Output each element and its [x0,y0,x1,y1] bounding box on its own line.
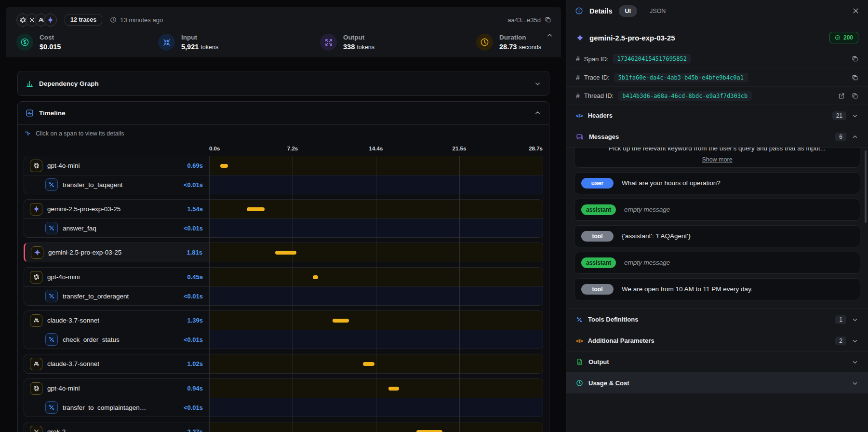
timeline-bar[interactable] [388,387,400,391]
axis-tick: 28.7s [529,146,543,151]
tools-icon [48,336,55,343]
axis-tick: 14.4s [369,146,383,151]
details-header: Details UI JSON [566,0,868,22]
timeline-row[interactable]: gemini-2.5-pro-exp-03-251.54s [24,200,543,218]
tab-ui[interactable]: UI [619,5,638,17]
chevron-up-icon[interactable] [852,134,858,140]
message-card-clipped[interactable]: Pick up the relevant keyword from the us… [574,148,860,168]
timeline-track [210,219,543,237]
message-card[interactable]: userWhat are your hours of operation? [574,172,860,194]
chevron-down-icon[interactable] [852,359,858,365]
timeline-row[interactable]: gpt-4o-mini0.69s [24,156,543,175]
span-name: grok-2 [47,428,66,432]
anthropic-icon [33,361,40,367]
message-card[interactable]: assistantempty message [574,199,860,221]
chevron-down-icon[interactable] [534,80,541,87]
gemini-icon [34,249,41,256]
copy-icon[interactable] [545,16,551,23]
tools-icon [45,290,58,302]
span-duration: 0.45s [187,273,203,281]
section-output[interactable]: Output [566,351,868,372]
section-tools-definitions[interactable]: Tools Definitions1 [566,309,868,330]
role-badge: assistant [581,257,616,268]
chevron-down-icon[interactable] [852,316,858,323]
stat-duration: Duration 28.73 seconds [476,34,551,51]
timeline-row[interactable]: check_order_status<0.01s [24,330,543,349]
timeline-row[interactable]: claude-3.7-sonnet1.02s [24,354,543,373]
timeline-bar[interactable] [220,164,228,168]
chevron-up-icon[interactable] [534,109,541,117]
tools-icon [45,401,58,414]
check-circle-icon [835,35,841,40]
dollar-icon [16,34,33,51]
section-label: Usage & Cost [588,379,629,387]
axis-tick: 0.0s [209,146,220,151]
timeline-row[interactable]: transfer_to_faqagent<0.01s [24,175,543,194]
chevron-down-icon[interactable] [852,338,858,344]
tools-icon [48,293,55,299]
activity-icon [26,109,34,117]
chevron-up-icon[interactable] [546,32,553,39]
id-value[interactable]: 17346204154517695852 [613,54,691,64]
stat-input: Input 5,921 tokens [158,34,320,51]
trace-id-short[interactable]: aa43...e35d [507,16,551,24]
span-name: gpt-4o-mini [47,162,80,169]
copy-icon[interactable] [852,55,858,62]
count-badge: 6 [835,133,846,141]
message-card[interactable]: assistantempty message [574,252,860,274]
section-headers[interactable]: </> Headers 21 [566,105,868,126]
timeline-row[interactable]: grok-22.27s [24,422,543,432]
tools-icon [45,222,58,234]
timeline-row[interactable]: transfer_to_complaintagen…<0.01s [24,398,543,417]
messages-list: userWhat are your hours of operation?ass… [566,172,868,300]
timeline-bar[interactable] [363,362,375,366]
bottom-sections: Tools Definitions1</>Additional Paramete… [566,309,868,393]
chat-icon [576,133,584,141]
show-more-link[interactable]: Show more [581,156,853,163]
span-duration: 1.54s [187,205,203,213]
timeline-bar[interactable] [247,207,265,211]
scrollbar-thumb[interactable] [865,150,867,223]
details-drawer: Details UI JSON gemini-2.5-pro-exp-03-25… [566,0,868,432]
hash-icon: # [576,74,580,81]
role-badge: tool [581,284,614,295]
timeline-span-group: claude-3.7-sonnet1.39scheck_order_status… [24,310,543,349]
timeline-track [210,354,543,373]
copy-icon[interactable] [852,74,858,81]
section-additional-parameters[interactable]: </>Additional Parameters2 [566,330,868,351]
timeline-header[interactable]: Timeline [18,102,549,125]
timeline-row[interactable]: claude-3.7-sonnet1.39s [24,311,543,330]
openai-icon [33,162,40,169]
span-name: transfer_to_complaintagen… [63,404,146,411]
dependency-graph-header[interactable]: Dependency Graph [17,71,549,96]
timeline-bar[interactable] [333,319,348,323]
message-text: empty message [624,206,670,213]
timeline-row[interactable]: gpt-4o-mini0.94s [24,379,543,398]
timeline-row[interactable]: answer_faq<0.01s [24,218,543,237]
section-usage-cost[interactable]: Usage & Cost [566,372,868,393]
id-value[interactable]: b414b3d6-a68a-46cd-8bdc-e9a3f7d303cb [618,91,752,101]
message-card[interactable]: tool{'assistant': 'FAQAgent'} [574,225,860,247]
tab-json[interactable]: JSON [643,5,672,17]
id-row: #Thread ID:b414b3d6-a68a-46cd-8bdc-e9a3f… [566,86,868,105]
timeline-bar[interactable] [275,251,296,255]
message-card[interactable]: toolWe are open from 10 AM to 11 PM ever… [574,278,860,300]
timeline-bar[interactable] [313,275,318,279]
message-text: empty message [624,259,670,266]
chevron-down-icon[interactable] [852,380,858,387]
external-link-icon[interactable] [838,93,845,99]
timeline-bar[interactable] [416,430,443,432]
timeline-row[interactable]: gemini-2.5-pro-exp-03-251.81s [25,243,543,262]
timeline-span-group: gpt-4o-mini0.69stransfer_to_faqagent<0.0… [24,156,543,194]
timeline-row[interactable]: transfer_to_orderagent<0.01s [24,286,543,305]
timeline-row[interactable]: gpt-4o-mini0.45s [24,268,543,286]
chevron-down-icon[interactable] [852,112,858,119]
close-icon[interactable] [852,7,859,14]
section-messages[interactable]: Messages 6 [566,126,868,147]
span-name: claude-3.7-sonnet [47,317,99,324]
arrows-out-icon [320,34,337,51]
copy-icon[interactable] [852,93,858,99]
gemini-icon [576,34,584,42]
span-duration: 1.02s [187,360,203,367]
id-value[interactable]: 5b1fa60e-da4c-4ab3-b45b-e4bfe9b4c0a1 [614,73,748,82]
